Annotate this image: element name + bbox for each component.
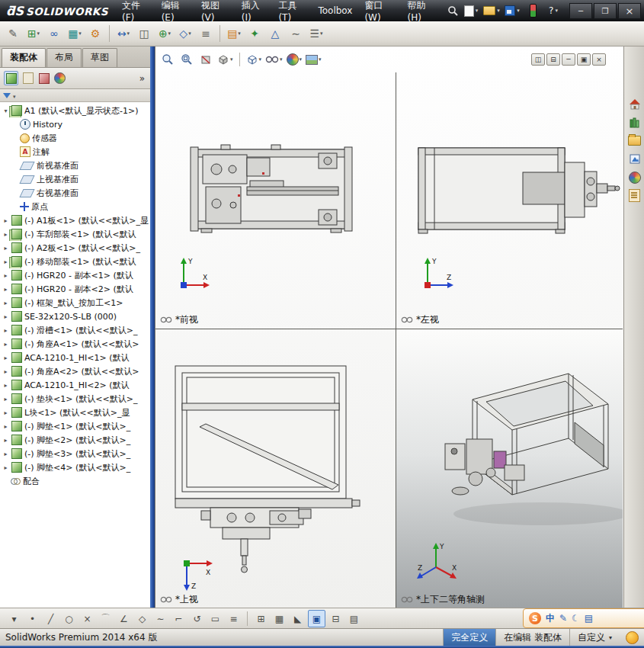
sketch-tool-button[interactable]: ∼ — [152, 611, 168, 627]
tree-item-component[interactable]: ACA-1210-1_HI<2> (默认 — [0, 378, 150, 392]
design-library-button[interactable] — [626, 114, 643, 131]
hide-show-items-button[interactable] — [265, 51, 283, 68]
expand-arrow-icon[interactable] — [2, 437, 9, 444]
solidworks-resources-button[interactable] — [626, 95, 643, 113]
doc-restore-button[interactable]: ▣ — [577, 53, 591, 66]
tree-item-history[interactable]: History — [0, 117, 150, 131]
move-component-button[interactable]: ↔ — [115, 24, 132, 43]
tree-item-component[interactable]: ACA-1210-1_HI<1> (默认 — [0, 351, 150, 364]
tree-item-component[interactable]: (-) HGR20 - 副本<1> (默认 — [0, 268, 150, 282]
feature-manager-tab-button[interactable] — [4, 71, 18, 85]
doc-close-button[interactable]: × — [592, 53, 606, 66]
motion-study-button[interactable]: ≡ — [197, 24, 214, 43]
expand-arrow-icon[interactable] — [2, 327, 9, 334]
new-document-button[interactable] — [462, 2, 480, 19]
menu-help[interactable]: 帮助(H) — [401, 0, 442, 26]
sketch-tool-button[interactable]: ○ — [61, 611, 77, 627]
mate-button[interactable]: ∞ — [46, 24, 62, 43]
close-button[interactable] — [618, 3, 641, 19]
quick-tip-icon[interactable] — [626, 631, 639, 644]
custom-properties-button[interactable] — [626, 187, 643, 204]
expand-arrow-icon[interactable] — [2, 423, 9, 430]
custom-dropdown[interactable]: 自定义 — [569, 629, 620, 646]
expand-arrow-icon[interactable] — [2, 451, 9, 457]
appearances-scenes-button[interactable] — [626, 168, 643, 186]
expand-arrow-icon[interactable] — [2, 217, 9, 224]
tree-item-component[interactable]: (-) 框架_默认_按加工<1> — [0, 296, 150, 310]
show-hidden-components-button[interactable]: ◫ — [136, 24, 152, 43]
instant3d-button[interactable]: △ — [267, 24, 284, 43]
grid-tool-button[interactable]: ⊞ — [253, 611, 269, 627]
edit-appearance-button[interactable] — [287, 51, 303, 68]
smart-fasteners-button[interactable]: ⚙ — [87, 24, 104, 43]
assembly-features-button[interactable]: ⊕ — [156, 24, 173, 43]
tree-item-component[interactable]: (-) 滑槽<1> (默认<<默认>_ — [0, 323, 150, 337]
menu-insert[interactable]: 插入(I) — [235, 0, 273, 26]
selection-filter-button[interactable]: ☰ — [308, 24, 325, 43]
tile-vertical-button[interactable]: ⊟ — [546, 53, 560, 66]
table-view-button[interactable]: ▤ — [346, 611, 362, 627]
split-view-button[interactable]: ⊟ — [328, 611, 344, 627]
configuration-manager-tab-button[interactable] — [37, 72, 50, 85]
maximize-button[interactable] — [594, 3, 617, 19]
grid-tool-button[interactable]: ▦ — [271, 611, 287, 627]
search-icon[interactable] — [444, 2, 462, 19]
tree-item-front-plane[interactable]: 前视基准面 — [0, 159, 150, 172]
ime-pen-button[interactable]: ✎ — [559, 613, 567, 624]
file-explorer-button[interactable] — [626, 132, 643, 149]
help-button[interactable]: ? — [544, 2, 562, 19]
tree-item-component[interactable]: (-) 脚垫<4> (默认<默认>_ — [0, 460, 150, 474]
tree-item-component[interactable]: (-) A1板<1> (默认<<默认>_显 — [0, 213, 150, 227]
zoom-fit-button[interactable] — [160, 51, 175, 68]
sketch-tool-button[interactable]: ∠ — [116, 611, 132, 627]
display-style-button[interactable] — [246, 51, 262, 68]
tree-item-component[interactable]: (-) 移动部装<1> (默认<默认 — [0, 255, 150, 268]
tree-item-component[interactable]: SE-32x120-S-LB (000) — [0, 310, 150, 323]
menu-edit[interactable]: 编辑(E) — [155, 0, 195, 26]
sketch-tool-button[interactable]: • — [24, 611, 40, 627]
property-manager-tab-button[interactable] — [21, 72, 34, 85]
tree-root-item[interactable]: A1 (默认<默认_显示状态-1>) — [0, 104, 150, 117]
tree-item-component[interactable]: (-) 车刮部装<1> (默认<默认 — [0, 227, 150, 241]
rebuild-status-button[interactable] — [524, 2, 542, 19]
tab-sketch[interactable]: 草图 — [82, 48, 117, 67]
tab-assembly[interactable]: 装配体 — [2, 48, 46, 67]
expand-arrow-icon[interactable] — [2, 231, 9, 238]
sketch-tool-button[interactable]: ≡ — [226, 611, 242, 627]
expand-arrow-icon[interactable] — [2, 396, 9, 403]
tree-item-right-plane[interactable]: 右视基准面 — [0, 186, 150, 200]
tree-item-component[interactable]: (-) HGR20 - 副本<2> (默认 — [0, 282, 150, 296]
apply-scene-button[interactable] — [306, 51, 322, 68]
filter-caret-icon[interactable] — [12, 90, 16, 101]
tree-item-component[interactable]: (-) 角座A<1> (默认<<默认> — [0, 337, 150, 351]
left-view-quadrant[interactable]: Y Z *左视 — [396, 72, 623, 329]
tree-item-origin[interactable]: 原点 — [0, 200, 150, 213]
sketch-tool-button[interactable]: ↺ — [189, 611, 205, 627]
component-pattern-button[interactable]: ▦ — [66, 24, 83, 43]
collapse-arrow-icon[interactable] — [2, 107, 9, 114]
minimize-button[interactable] — [569, 3, 592, 19]
tree-item-component[interactable]: (-) 垫块<1> (默认<<默认>_ — [0, 392, 150, 406]
section-view-button[interactable] — [198, 51, 213, 68]
edit-component-button[interactable]: ✎ — [5, 24, 21, 43]
exploded-view-button[interactable]: ✦ — [246, 24, 263, 43]
top-view-quadrant[interactable]: X Z *上视 — [155, 329, 396, 608]
tree-item-top-plane[interactable]: 上视基准面 — [0, 172, 150, 186]
menu-view[interactable]: 视图(V) — [195, 0, 235, 26]
tree-item-component[interactable]: (-) 脚垫<1> (默认<默认>_ — [0, 419, 150, 433]
expand-arrow-icon[interactable] — [2, 409, 9, 416]
sketch-tool-button[interactable]: × — [79, 611, 95, 627]
tree-item-annotations[interactable]: 注解 — [0, 145, 150, 159]
menu-tools[interactable]: 工具(T) — [272, 0, 312, 26]
sketch-tool-button[interactable]: ▾ — [6, 611, 22, 627]
expand-arrow-icon[interactable] — [2, 300, 9, 306]
sketch-tool-button[interactable]: ╱ — [43, 611, 59, 627]
tree-item-component[interactable]: L块<1> (默认<<默认>_显 — [0, 406, 150, 419]
corner-tool-button[interactable]: ◣ — [290, 611, 306, 627]
sketch-tool-button[interactable]: ◇ — [134, 611, 150, 627]
tree-item-component[interactable]: (-) 角座A<2> (默认<<默认> — [0, 364, 150, 378]
sketch-tool-button[interactable]: ⌐ — [171, 611, 187, 627]
expand-arrow-icon[interactable] — [2, 341, 9, 348]
insert-components-button[interactable]: ⊞ — [25, 24, 42, 43]
isometric-view-quadrant[interactable]: Y X Z *上下二等角轴测 — [396, 329, 623, 608]
